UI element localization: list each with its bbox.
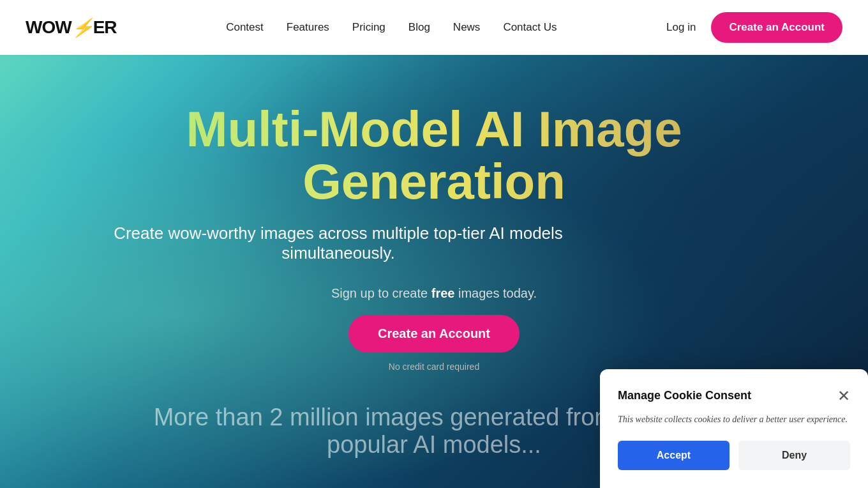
cookie-buttons: Accept Deny	[618, 441, 850, 470]
signup-text-bold: free	[431, 286, 455, 300]
logo-text-right: ER	[93, 17, 117, 38]
header-actions: Log in Create an Account	[666, 12, 842, 43]
cookie-accept-button[interactable]: Accept	[618, 441, 730, 470]
main-nav: Contest Features Pricing Blog News Conta…	[226, 21, 557, 34]
hero-content: Multi-Model AI Image Generation Create w…	[83, 103, 785, 372]
nav-item-features[interactable]: Features	[287, 21, 329, 34]
cookie-close-button[interactable]: ✕	[837, 388, 850, 404]
nav-item-blog[interactable]: Blog	[408, 21, 430, 34]
cookie-consent-dialog: Manage Cookie Consent ✕ This website col…	[600, 369, 868, 488]
logo[interactable]: WOW ⚡ ER	[26, 17, 117, 38]
create-account-button-header[interactable]: Create an Account	[711, 12, 842, 43]
login-button[interactable]: Log in	[666, 21, 696, 34]
create-account-button-hero[interactable]: Create an Account	[348, 315, 520, 353]
nav-item-news[interactable]: News	[453, 21, 481, 34]
logo-bolt-icon: ⚡	[71, 17, 93, 38]
hero-subtitle: Create wow-worthy images across multiple…	[83, 224, 594, 263]
nav-item-contest[interactable]: Contest	[226, 21, 264, 34]
cookie-header: Manage Cookie Consent ✕	[618, 388, 850, 404]
hero-signup-text: Sign up to create free images today.	[83, 286, 785, 301]
nav-item-contact[interactable]: Contact Us	[503, 21, 557, 34]
cookie-title: Manage Cookie Consent	[618, 389, 751, 402]
cookie-deny-button[interactable]: Deny	[738, 441, 850, 470]
hero-title: Multi-Model AI Image Generation	[83, 103, 785, 208]
header: WOW ⚡ ER Contest Features Pricing Blog N…	[0, 0, 868, 55]
cookie-body-text: This website collects cookies to deliver…	[618, 413, 850, 427]
signup-text-pre: Sign up to create	[331, 286, 431, 300]
logo-text-left: WOW	[26, 17, 71, 38]
nav-item-pricing[interactable]: Pricing	[352, 21, 385, 34]
signup-text-post: images today.	[454, 286, 537, 300]
